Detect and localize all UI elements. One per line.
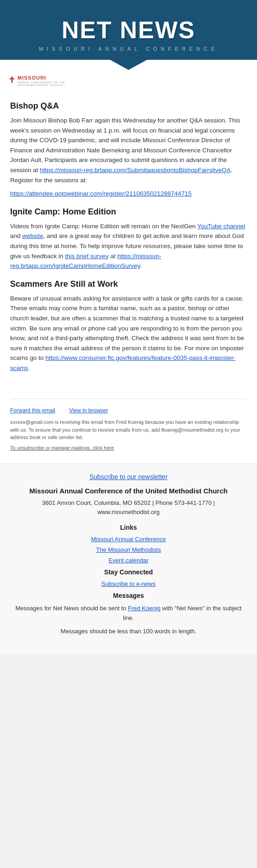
website-link[interactable]: website	[22, 232, 43, 239]
org-title: Missouri Annual Conference of the United…	[14, 487, 243, 495]
scammers-text-before: Beware of unusual emails asking for assi…	[10, 295, 244, 362]
scammers-text: Beware of unusual emails asking for assi…	[10, 294, 247, 373]
ignite-text-5: .	[140, 262, 142, 269]
ignite-text-1: Videos from Ignite Camp: Home Edition wi…	[10, 223, 197, 230]
fred-koenig-link[interactable]: Fred Koenig	[128, 605, 161, 612]
triangle-pointer	[110, 60, 147, 70]
forward-email-link[interactable]: Forward this email	[10, 407, 55, 414]
spacer	[10, 376, 247, 390]
messages-length-text: Messages should be less than 100 words i…	[14, 627, 243, 637]
main-content: Bishop Q&A Join Missouri Bishop Bob Farr…	[0, 88, 257, 463]
banner-title: NET NEWS	[62, 16, 195, 44]
bottom-section: Subscribe to our newsletter Missouri Ann…	[0, 463, 257, 654]
bishop-qa-text-before: Join Missouri Bishop Bob Farr again this…	[10, 117, 240, 174]
youtube-channel-link[interactable]: YouTube channel	[197, 223, 245, 230]
bishop-qa-link1[interactable]: https://missouri-reg.brtapp.com/Submitaq…	[40, 167, 231, 174]
view-browser-link[interactable]: View in browser	[69, 407, 108, 414]
disclaimer-text: xxxxxx@gmail.com is receiving this email…	[10, 418, 247, 441]
ignite-camp-title: Ignite Camp: Home Edition	[10, 207, 247, 217]
ignite-text-4: at	[109, 253, 117, 260]
bishop-qa-link2-para: https://attendee.gotowebinar.com/registe…	[10, 189, 247, 199]
subscribe-enews-link[interactable]: Subscribe to e-news	[14, 580, 243, 587]
logo-bar: ✝ MISSOURI ANNUAL CONFERENCE OF THEUNITE…	[0, 70, 257, 88]
logo-cross-icon: ✝	[8, 75, 15, 85]
email-wrapper: NET NEWS MISSOURI ANNUAL CONFERENCE ✝ MI…	[0, 0, 257, 654]
messages-heading: Messages	[14, 592, 243, 599]
missouri-logo: ✝ MISSOURI ANNUAL CONFERENCE OF THEUNITE…	[8, 74, 65, 87]
ignite-camp-text: Videos from Ignite Camp: Home Edition wi…	[10, 221, 247, 271]
org-address: 3601 Amron Court, Columbia, MO 65202 | P…	[14, 498, 243, 516]
bishop-qa-title: Bishop Q&A	[10, 101, 247, 111]
logo-subtext: ANNUAL CONFERENCE OF THEUNITED METHODIST…	[18, 81, 65, 87]
divider	[10, 399, 247, 399]
brief-survey-link[interactable]: this brief survey	[65, 253, 109, 260]
links-heading: Links	[14, 524, 243, 531]
unsubscribe-link[interactable]: To unsubscribe or manage mailings, click…	[10, 445, 114, 451]
footer-links-row: Forward this email View in browser	[10, 407, 247, 414]
banner-subtitle: MISSOURI ANNUAL CONFERENCE	[39, 46, 218, 52]
ignite-text-2: and	[10, 232, 22, 239]
scammers-title: Scammers Are Still at Work	[10, 279, 247, 289]
link-event-calendar[interactable]: Event calendar	[14, 557, 243, 564]
logo-text: MISSOURI	[18, 75, 46, 81]
unsubscribe-text: To unsubscribe or manage mailings, click…	[10, 444, 247, 452]
subscribe-newsletter-link[interactable]: Subscribe to our newsletter	[14, 473, 243, 480]
triangle-container	[0, 60, 257, 70]
bishop-qa-link2[interactable]: https://attendee.gotowebinar.com/registe…	[10, 190, 192, 197]
link-missouri-methodists[interactable]: The Missouri Methodists	[14, 546, 243, 553]
scammers-period: .	[28, 365, 30, 371]
link-missouri-annual-conference[interactable]: Missouri Annual Conference	[14, 536, 243, 543]
bishop-qa-text: Join Missouri Bishop Bob Farr again this…	[10, 116, 247, 185]
messages-text: Messages for Net News should be sent to …	[14, 604, 243, 623]
messages-text-before: Messages for Net News should be sent to	[15, 605, 128, 612]
stay-connected-heading: Stay Connected	[14, 568, 243, 576]
header-banner: NET NEWS MISSOURI ANNUAL CONFERENCE	[0, 0, 257, 60]
